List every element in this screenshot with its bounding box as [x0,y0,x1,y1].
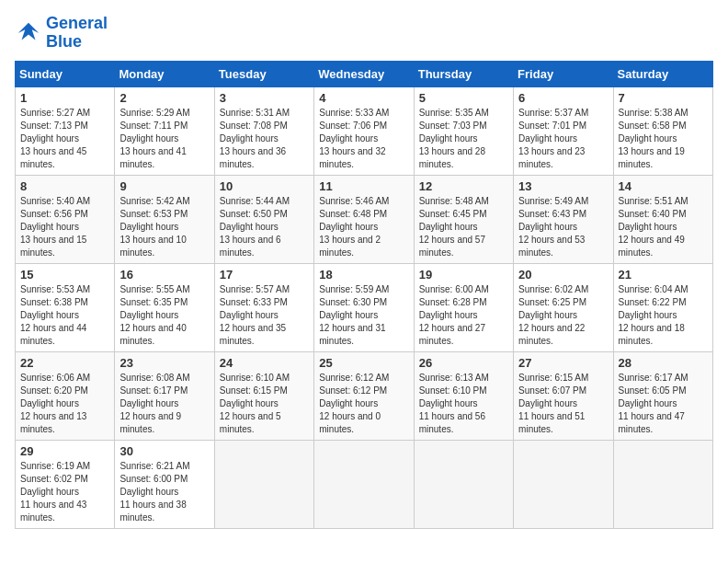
day-number: 24 [220,356,309,370]
day-info: Sunrise: 5:44 AM Sunset: 6:50 PM Dayligh… [220,195,309,259]
calendar-day: 13 Sunrise: 5:49 AM Sunset: 6:43 PM Dayl… [514,175,613,263]
day-number: 15 [20,268,109,282]
day-number: 7 [619,91,708,105]
day-number: 10 [220,179,309,193]
day-number: 2 [119,91,209,105]
day-number: 4 [319,91,408,105]
calendar-day: 4 Sunrise: 5:33 AM Sunset: 7:06 PM Dayli… [314,86,414,175]
day-info: Sunrise: 5:53 AM Sunset: 6:38 PM Dayligh… [20,283,109,348]
day-info: Sunrise: 5:51 AM Sunset: 6:40 PM Dayligh… [619,195,708,259]
calendar-table: SundayMondayTuesdayWednesdayThursdayFrid… [15,61,713,529]
calendar-day: 27 Sunrise: 6:15 AM Sunset: 6:07 PM Dayl… [514,351,613,440]
day-info: Sunrise: 6:02 AM Sunset: 6:25 PM Dayligh… [518,283,608,348]
calendar-day: 30 Sunrise: 6:21 AM Sunset: 6:00 PM Dayl… [115,440,214,528]
day-number: 5 [419,91,508,105]
day-number: 13 [518,179,608,193]
day-number: 29 [20,444,109,458]
calendar-day: 8 Sunrise: 5:40 AM Sunset: 6:56 PM Dayli… [16,175,115,263]
day-number: 18 [319,268,408,282]
calendar-day [414,440,513,528]
calendar-day: 2 Sunrise: 5:29 AM Sunset: 7:11 PM Dayli… [115,86,214,175]
day-info: Sunrise: 5:49 AM Sunset: 6:43 PM Dayligh… [518,195,608,259]
day-info: Sunrise: 5:27 AM Sunset: 7:13 PM Dayligh… [20,107,109,171]
svg-marker-0 [18,23,40,40]
day-info: Sunrise: 5:35 AM Sunset: 7:03 PM Dayligh… [419,107,508,171]
calendar-day: 14 Sunrise: 5:51 AM Sunset: 6:40 PM Dayl… [613,175,712,263]
calendar-week-1: 1 Sunrise: 5:27 AM Sunset: 7:13 PM Dayli… [16,86,713,175]
calendar-day: 19 Sunrise: 6:00 AM Sunset: 6:28 PM Dayl… [414,263,513,351]
weekday-header-tuesday: Tuesday [214,61,313,86]
day-number: 17 [220,268,309,282]
day-info: Sunrise: 5:38 AM Sunset: 6:58 PM Dayligh… [619,107,708,171]
day-number: 6 [518,91,608,105]
calendar-day: 10 Sunrise: 5:44 AM Sunset: 6:50 PM Dayl… [214,175,313,263]
day-info: Sunrise: 5:59 AM Sunset: 6:30 PM Dayligh… [319,283,408,348]
calendar-day: 18 Sunrise: 5:59 AM Sunset: 6:30 PM Dayl… [314,263,414,351]
day-info: Sunrise: 5:33 AM Sunset: 7:06 PM Dayligh… [319,107,408,171]
day-number: 11 [319,179,408,193]
calendar-day: 3 Sunrise: 5:31 AM Sunset: 7:08 PM Dayli… [214,86,313,175]
weekday-header-friday: Friday [514,61,613,86]
day-number: 23 [119,356,209,370]
calendar-day: 9 Sunrise: 5:42 AM Sunset: 6:53 PM Dayli… [115,175,214,263]
calendar-day: 11 Sunrise: 5:46 AM Sunset: 6:48 PM Dayl… [314,175,414,263]
day-number: 1 [20,91,109,105]
calendar-day: 15 Sunrise: 5:53 AM Sunset: 6:38 PM Dayl… [16,263,115,351]
calendar-day: 20 Sunrise: 6:02 AM Sunset: 6:25 PM Dayl… [514,263,613,351]
day-info: Sunrise: 5:40 AM Sunset: 6:56 PM Dayligh… [20,195,109,259]
weekday-header-wednesday: Wednesday [314,61,414,86]
day-number: 3 [220,91,309,105]
day-info: Sunrise: 6:17 AM Sunset: 6:05 PM Dayligh… [619,372,708,436]
day-info: Sunrise: 6:12 AM Sunset: 6:12 PM Dayligh… [319,372,408,436]
day-number: 25 [319,356,408,370]
day-info: Sunrise: 6:06 AM Sunset: 6:20 PM Dayligh… [20,372,109,436]
calendar-day [314,440,414,528]
day-number: 22 [20,356,109,370]
day-number: 26 [419,356,508,370]
day-number: 27 [518,356,608,370]
calendar-week-2: 8 Sunrise: 5:40 AM Sunset: 6:56 PM Dayli… [16,175,713,263]
calendar-day: 26 Sunrise: 6:13 AM Sunset: 6:10 PM Dayl… [414,351,513,440]
day-number: 14 [619,179,708,193]
day-info: Sunrise: 6:10 AM Sunset: 6:15 PM Dayligh… [220,372,309,436]
day-info: Sunrise: 5:29 AM Sunset: 7:11 PM Dayligh… [119,107,209,171]
day-info: Sunrise: 5:31 AM Sunset: 7:08 PM Dayligh… [220,107,309,171]
calendar-day [514,440,613,528]
logo-text: General Blue [46,15,108,52]
day-number: 30 [119,444,209,458]
day-number: 9 [119,179,209,193]
calendar-day: 29 Sunrise: 6:19 AM Sunset: 6:02 PM Dayl… [16,440,115,528]
day-info: Sunrise: 6:19 AM Sunset: 6:02 PM Dayligh… [20,460,109,524]
weekday-header-sunday: Sunday [16,61,115,86]
day-info: Sunrise: 6:08 AM Sunset: 6:17 PM Dayligh… [119,372,209,436]
day-info: Sunrise: 5:37 AM Sunset: 7:01 PM Dayligh… [518,107,608,171]
day-info: Sunrise: 5:48 AM Sunset: 6:45 PM Dayligh… [419,195,508,259]
day-info: Sunrise: 6:00 AM Sunset: 6:28 PM Dayligh… [419,283,508,348]
calendar-day: 6 Sunrise: 5:37 AM Sunset: 7:01 PM Dayli… [514,86,613,175]
calendar-day [613,440,712,528]
calendar-day: 23 Sunrise: 6:08 AM Sunset: 6:17 PM Dayl… [115,351,214,440]
calendar-day: 21 Sunrise: 6:04 AM Sunset: 6:22 PM Dayl… [613,263,712,351]
calendar-day: 1 Sunrise: 5:27 AM Sunset: 7:13 PM Dayli… [16,86,115,175]
calendar-day: 24 Sunrise: 6:10 AM Sunset: 6:15 PM Dayl… [214,351,313,440]
calendar-header-row: SundayMondayTuesdayWednesdayThursdayFrid… [16,61,713,86]
calendar-day [214,440,313,528]
day-number: 8 [20,179,109,193]
calendar-day: 17 Sunrise: 5:57 AM Sunset: 6:33 PM Dayl… [214,263,313,351]
weekday-header-saturday: Saturday [613,61,712,86]
day-info: Sunrise: 6:04 AM Sunset: 6:22 PM Dayligh… [619,283,708,348]
day-number: 20 [518,268,608,282]
day-number: 16 [119,268,209,282]
calendar-week-3: 15 Sunrise: 5:53 AM Sunset: 6:38 PM Dayl… [16,263,713,351]
weekday-header-monday: Monday [115,61,214,86]
logo-icon [15,19,42,47]
calendar-day: 16 Sunrise: 5:55 AM Sunset: 6:35 PM Dayl… [115,263,214,351]
weekday-header-thursday: Thursday [414,61,513,86]
day-number: 28 [619,356,708,370]
calendar-week-4: 22 Sunrise: 6:06 AM Sunset: 6:20 PM Dayl… [16,351,713,440]
day-info: Sunrise: 5:42 AM Sunset: 6:53 PM Dayligh… [119,195,209,259]
calendar-week-5: 29 Sunrise: 6:19 AM Sunset: 6:02 PM Dayl… [16,440,713,528]
calendar-day: 25 Sunrise: 6:12 AM Sunset: 6:12 PM Dayl… [314,351,414,440]
day-info: Sunrise: 5:46 AM Sunset: 6:48 PM Dayligh… [319,195,408,259]
day-info: Sunrise: 5:55 AM Sunset: 6:35 PM Dayligh… [119,283,209,348]
